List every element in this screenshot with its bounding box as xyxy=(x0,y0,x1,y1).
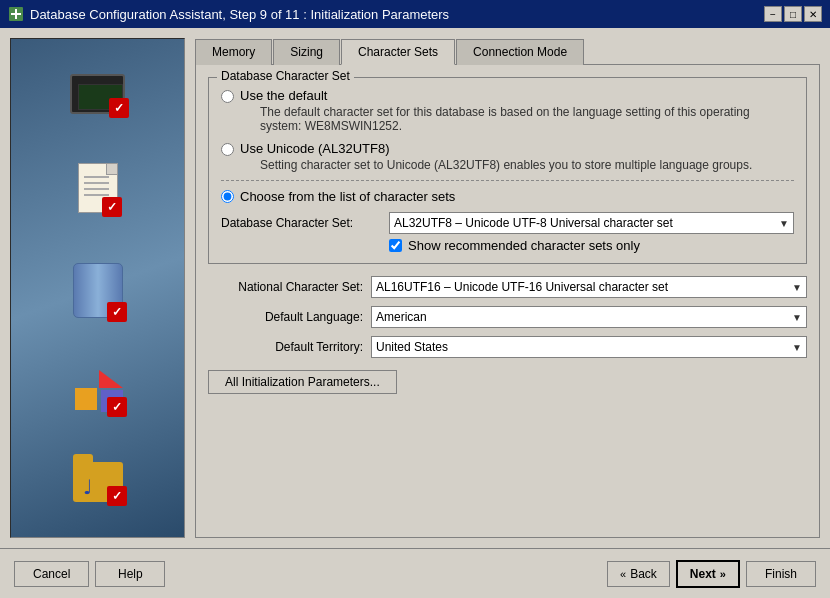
bottom-bar: Cancel Help « Back Next » Finish xyxy=(0,548,830,598)
tab-memory[interactable]: Memory xyxy=(195,39,272,65)
national-label: National Character Set: xyxy=(208,280,363,294)
checkmark-5: ✓ xyxy=(107,486,127,506)
next-arrow-icon: » xyxy=(720,568,726,580)
radio-default[interactable] xyxy=(221,90,234,103)
checkmark-3: ✓ xyxy=(107,302,127,322)
maximize-button[interactable]: □ xyxy=(784,6,802,22)
svg-rect-2 xyxy=(15,9,17,19)
separator xyxy=(221,180,794,181)
all-params-button[interactable]: All Initialization Parameters... xyxy=(208,370,397,394)
db-char-set-group: Database Character Set Use the default T… xyxy=(208,77,807,264)
show-recommended-label: Show recommended character sets only xyxy=(408,238,640,253)
territory-select[interactable]: United States ▼ xyxy=(371,336,807,358)
territory-value: United States xyxy=(376,340,448,354)
next-button[interactable]: Next » xyxy=(676,560,740,588)
window-title: Database Configuration Assistant, Step 9… xyxy=(30,7,449,22)
back-arrow-icon: « xyxy=(620,568,626,580)
show-recommended-row: Show recommended character sets only xyxy=(221,238,794,253)
option-unicode-desc: Setting character set to Unicode (AL32UT… xyxy=(240,158,752,172)
svg-rect-3 xyxy=(75,388,97,410)
app-icon xyxy=(8,6,24,22)
national-char-set-row: National Character Set: AL16UTF16 – Unic… xyxy=(208,276,807,298)
finish-button[interactable]: Finish xyxy=(746,561,816,587)
back-label: Back xyxy=(630,567,657,581)
option-unicode: Use Unicode (AL32UTF8) Setting character… xyxy=(221,141,794,172)
close-button[interactable]: ✕ xyxy=(804,6,822,22)
checkmark-1: ✓ xyxy=(109,98,129,118)
help-button[interactable]: Help xyxy=(95,561,165,587)
checkmark-2: ✓ xyxy=(102,197,122,217)
territory-arrow: ▼ xyxy=(792,342,802,353)
radio-choose-list[interactable] xyxy=(221,190,234,203)
svg-marker-4 xyxy=(99,370,123,388)
svg-text:♩: ♩ xyxy=(83,476,92,498)
national-arrow: ▼ xyxy=(792,282,802,293)
radio-unicode[interactable] xyxy=(221,143,234,156)
option-unicode-label: Use Unicode (AL32UTF8) xyxy=(240,141,390,156)
checkmark-4: ✓ xyxy=(107,397,127,417)
tab-bar: Memory Sizing Character Sets Connection … xyxy=(195,38,820,64)
folder-icon-group: ♩ ✓ xyxy=(73,462,123,502)
cancel-button[interactable]: Cancel xyxy=(14,561,89,587)
language-arrow: ▼ xyxy=(792,312,802,323)
national-value: AL16UTF16 – Unicode UTF-16 Universal cha… xyxy=(376,280,668,294)
group-label: Database Character Set xyxy=(217,69,354,83)
next-label: Next xyxy=(690,567,716,581)
option-default-desc: The default character set for this datab… xyxy=(240,105,794,133)
option-default: Use the default The default character se… xyxy=(221,88,794,133)
language-label: Default Language: xyxy=(208,310,363,324)
show-recommended-checkbox[interactable] xyxy=(389,239,402,252)
char-set-field-label: Database Character Set: xyxy=(221,216,381,230)
territory-label: Default Territory: xyxy=(208,340,363,354)
barrel-icon-group: ✓ xyxy=(73,263,123,318)
char-set-select[interactable]: AL32UTF8 – Unicode UTF-8 Universal chara… xyxy=(389,212,794,234)
option-choose-label: Choose from the list of character sets xyxy=(240,189,455,204)
national-select[interactable]: AL16UTF16 – Unicode UTF-16 Universal cha… xyxy=(371,276,807,298)
left-panel: ✓ ✓ ✓ xyxy=(10,38,185,538)
language-row: Default Language: American ▼ xyxy=(208,306,807,328)
language-value: American xyxy=(376,310,427,324)
title-bar: Database Configuration Assistant, Step 9… xyxy=(0,0,830,28)
minimize-button[interactable]: − xyxy=(764,6,782,22)
territory-row: Default Territory: United States ▼ xyxy=(208,336,807,358)
chip-icon-group: ✓ xyxy=(70,74,125,114)
tab-content: Database Character Set Use the default T… xyxy=(195,64,820,538)
tab-sizing[interactable]: Sizing xyxy=(273,39,340,65)
char-set-row: Database Character Set: AL32UTF8 – Unico… xyxy=(221,212,794,234)
char-set-value: AL32UTF8 – Unicode UTF-8 Universal chara… xyxy=(394,216,673,230)
doc-icon-group: ✓ xyxy=(78,163,118,213)
fields-section: National Character Set: AL16UTF16 – Unic… xyxy=(208,276,807,358)
char-set-arrow: ▼ xyxy=(779,218,789,229)
language-select[interactable]: American ▼ xyxy=(371,306,807,328)
shapes-icon-group: ✓ xyxy=(73,368,123,413)
tab-character-sets[interactable]: Character Sets xyxy=(341,39,455,65)
tab-connection-mode[interactable]: Connection Mode xyxy=(456,39,584,65)
back-button[interactable]: « Back xyxy=(607,561,670,587)
option-default-label: Use the default xyxy=(240,88,327,103)
